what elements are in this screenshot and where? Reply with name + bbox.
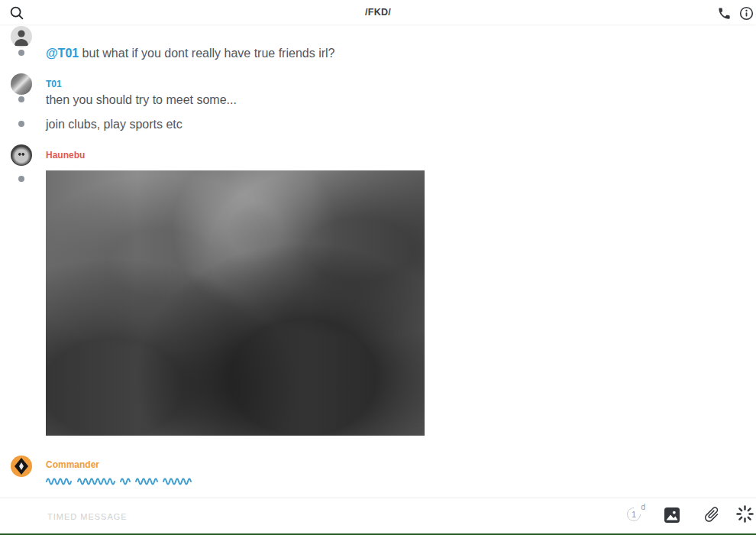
- message-author[interactable]: Haunebu: [46, 151, 85, 160]
- chat-window: /FKD/ Heydrich @T01 but what: [0, 0, 756, 535]
- avatar[interactable]: [11, 26, 32, 47]
- attach-file-button[interactable]: [703, 505, 721, 524]
- conversation-title: /FKD/: [0, 7, 756, 18]
- message-status-dot: [18, 176, 24, 182]
- message-image[interactable]: [46, 170, 425, 436]
- paperclip-icon: [703, 514, 721, 526]
- diamond-emblem-icon: [11, 456, 32, 477]
- person-silhouette-icon: [11, 26, 32, 47]
- message-status-dot: [18, 50, 24, 56]
- phone-icon: [717, 11, 732, 23]
- info-icon: [738, 12, 754, 24]
- ping-button[interactable]: [735, 504, 755, 524]
- message-text: @T01 but what if you dont really have tr…: [46, 47, 334, 60]
- avatar[interactable]: [11, 456, 32, 477]
- ephemeral-timer-button[interactable]: 1 d: [625, 506, 645, 524]
- message-text-rest: but what if you dont really have true fr…: [79, 47, 334, 60]
- message-author[interactable]: Commander: [46, 460, 99, 470]
- obfuscated-message-scribble: [46, 475, 195, 490]
- call-button[interactable]: [716, 6, 732, 21]
- image-icon: [664, 514, 680, 526]
- message-status-dot: [18, 96, 24, 102]
- avatar[interactable]: [11, 73, 32, 95]
- message-text: then you should try to meet some...: [46, 93, 237, 106]
- message-status-dot: [18, 121, 24, 127]
- timer-unit: d: [641, 503, 645, 511]
- ping-icon: [735, 515, 755, 527]
- message-text: join clubs, play sports etc: [46, 118, 183, 131]
- avatar[interactable]: [11, 144, 32, 166]
- timer-value: 1: [627, 507, 641, 521]
- add-image-button[interactable]: [664, 507, 680, 524]
- message-input[interactable]: [46, 498, 568, 535]
- top-bar: /FKD/: [0, 0, 756, 24]
- mention-link[interactable]: @T01: [46, 47, 79, 60]
- conversation-info-button[interactable]: [738, 5, 754, 21]
- message-author[interactable]: T01: [46, 79, 62, 89]
